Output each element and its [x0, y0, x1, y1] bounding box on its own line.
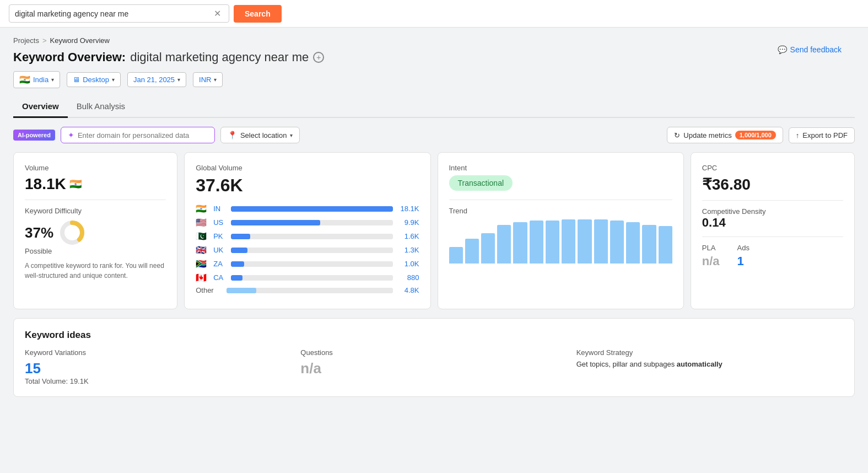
country-code-4[interactable]: ZA — [213, 260, 227, 268]
country-flag-4: 🇿🇦 — [196, 259, 209, 269]
country-bar-fill-1 — [231, 220, 320, 225]
country-code-0[interactable]: IN — [213, 205, 227, 213]
metrics-count-badge: 1,000/1,000 — [735, 131, 776, 139]
country-bar-track-5 — [231, 275, 392, 281]
ads-label: Ads — [737, 244, 750, 252]
country-code-5[interactable]: CA — [213, 273, 227, 282]
volume-flag: 🇮🇳 — [69, 178, 82, 190]
header-wrap: Projects > Keyword Overview 💬 Send feedb… — [13, 36, 855, 45]
domain-input[interactable] — [78, 131, 208, 139]
star-icon: ✦ — [68, 131, 74, 139]
search-button[interactable]: Search — [234, 5, 282, 23]
breadcrumb-separator: > — [42, 36, 47, 45]
update-metrics-label: Update metrics — [683, 131, 731, 139]
country-value-4: 1.0K — [397, 260, 419, 268]
trend-bar — [659, 226, 672, 264]
page-title-prefix: Keyword Overview: — [13, 50, 126, 64]
country-bar-track-0 — [231, 206, 392, 212]
tabs: Overview Bulk Analysis — [13, 97, 855, 118]
intent-label: Intent — [449, 164, 672, 172]
currency-filter[interactable]: INR ▾ — [193, 72, 223, 87]
country-flag: 🇮🇳 — [19, 74, 30, 85]
kw-variations-number[interactable]: 15 — [25, 360, 292, 377]
country-flag-2: 🇵🇰 — [196, 231, 209, 241]
domain-input-wrap[interactable]: ✦ — [61, 127, 215, 143]
location-selector[interactable]: 📍 Select location ▾ — [220, 127, 300, 143]
send-feedback-label: Send feedback — [790, 45, 842, 54]
toolbar-row: AI-powered ✦ 📍 Select location ▾ ↻ Updat… — [13, 127, 855, 143]
location-chevron-icon: ▾ — [290, 132, 293, 138]
kw-strategy-col: Keyword Strategy Get topics, pillar and … — [576, 348, 843, 385]
questions-title: Questions — [300, 348, 567, 357]
export-label: Export to PDF — [802, 131, 848, 139]
page-title-keyword: digital marketing agency near me — [130, 50, 309, 64]
breadcrumb-parent[interactable]: Projects — [13, 36, 39, 45]
ads-value: 1 — [737, 254, 750, 268]
difficulty-label: Keyword Difficulty — [25, 207, 166, 215]
search-bar: ✕ Search — [0, 0, 868, 28]
export-pdf-button[interactable]: ↑ Export to PDF — [789, 127, 855, 143]
kw-variations-title: Keyword Variations — [25, 348, 292, 357]
trend-bar — [530, 221, 543, 264]
country-bar-fill-4 — [231, 261, 244, 267]
trend-chart — [449, 219, 672, 264]
country-bar-fill-5 — [231, 275, 242, 281]
country-row: 🇺🇸 US 9.9K — [196, 217, 419, 228]
device-icon: 🖥 — [73, 76, 80, 84]
search-input[interactable] — [15, 9, 214, 18]
country-rows: 🇮🇳 IN 18.1K 🇺🇸 US 9.9K 🇵🇰 PK 1.6K 🇬🇧 UK — [196, 203, 419, 283]
country-value-0: 18.1K — [397, 205, 419, 213]
chat-icon: 💬 — [778, 45, 787, 54]
add-keyword-icon[interactable]: + — [313, 52, 324, 63]
date-label: Jan 21, 2025 — [133, 76, 175, 84]
country-chevron-icon: ▾ — [51, 77, 54, 83]
refresh-icon: ↻ — [674, 131, 680, 139]
difficulty-value: 37% — [25, 219, 166, 246]
volume-value: 18.1K 🇮🇳 — [25, 175, 166, 193]
clear-icon[interactable]: ✕ — [214, 8, 221, 19]
country-row: 🇮🇳 IN 18.1K — [196, 203, 419, 214]
keyword-ideas-title: Keyword ideas — [25, 330, 843, 341]
tab-bulk-analysis[interactable]: Bulk Analysis — [68, 97, 134, 118]
difficulty-sub: Possible — [25, 247, 166, 255]
country-row: 🇨🇦 CA 880 — [196, 272, 419, 283]
date-filter[interactable]: Jan 21, 2025 ▾ — [127, 72, 186, 87]
send-feedback-button[interactable]: 💬 Send feedback — [778, 45, 842, 54]
country-value-3: 1.3K — [397, 246, 419, 254]
volume-difficulty-card: Volume 18.1K 🇮🇳 Keyword Difficulty 37% P… — [13, 152, 177, 309]
location-icon: 📍 — [228, 131, 237, 139]
currency-label: INR — [199, 76, 211, 84]
trend-bar — [497, 225, 511, 264]
pla-ads-row: PLA n/a Ads 1 — [702, 244, 843, 268]
country-value-2: 1.6K — [397, 232, 419, 240]
intent-badge: Transactional — [449, 175, 513, 191]
trend-bar — [465, 239, 479, 264]
country-bar-fill-3 — [231, 248, 247, 253]
device-label: Desktop — [83, 76, 109, 84]
kw-variations-col: Keyword Variations 15 Total Volume: 19.1… — [25, 348, 292, 385]
trend-bar — [610, 221, 624, 264]
date-chevron-icon: ▾ — [177, 77, 180, 83]
country-filter[interactable]: 🇮🇳 India ▾ — [13, 71, 60, 88]
cpc-value: ₹36.80 — [702, 175, 843, 194]
country-flag-3: 🇬🇧 — [196, 245, 209, 255]
other-row: Other 4.8K — [196, 286, 419, 294]
device-filter[interactable]: 🖥 Desktop ▾ — [67, 72, 121, 87]
other-bar-fill — [227, 288, 256, 293]
country-bar-track-3 — [231, 248, 392, 253]
cpc-label: CPC — [702, 164, 843, 172]
country-row: 🇬🇧 UK 1.3K — [196, 245, 419, 255]
country-code-3[interactable]: UK — [213, 246, 227, 254]
kw-variations-sub: Total Volume: 19.1K — [25, 377, 292, 385]
difficulty-donut — [59, 219, 85, 246]
country-code-2[interactable]: PK — [213, 232, 227, 240]
comp-density-label: Competitive Density — [702, 207, 843, 216]
tab-overview[interactable]: Overview — [13, 97, 68, 118]
search-input-wrap[interactable]: ✕ — [9, 4, 229, 23]
export-icon: ↑ — [796, 131, 800, 139]
trend-bar — [481, 233, 495, 264]
country-code-1[interactable]: US — [213, 218, 227, 227]
global-volume-value: 37.6K — [196, 175, 419, 196]
comp-density-value: 0.14 — [702, 216, 843, 230]
update-metrics-button[interactable]: ↻ Update metrics 1,000/1,000 — [667, 127, 783, 143]
